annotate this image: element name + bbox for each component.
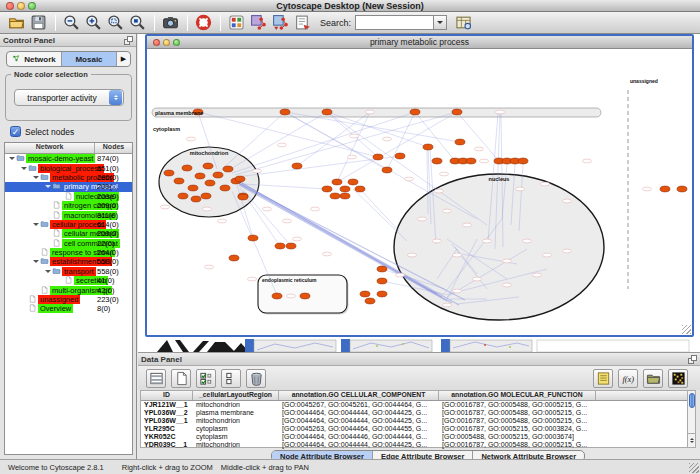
attribute-grid-icon[interactable] (226, 13, 246, 32)
tree-row[interactable]: nucleobase-209(0) (5, 192, 132, 201)
network-edge[interactable] (360, 189, 399, 231)
expander-icon[interactable] (8, 154, 16, 163)
scrollbar-thumb[interactable] (689, 393, 695, 408)
network-node[interactable] (348, 179, 358, 185)
network-node[interactable] (280, 109, 290, 115)
tree-row[interactable]: multi-organism pr42(0) (5, 285, 132, 294)
tree-row[interactable]: macromolecule311(0) (5, 210, 132, 219)
network-node[interactable] (432, 158, 442, 164)
column-header[interactable]: annotation.GO MOLECULAR_FUNCTION (439, 391, 596, 400)
network-node[interactable] (223, 166, 233, 172)
table-scrollbar[interactable] (687, 390, 696, 448)
save-session-icon[interactable] (28, 13, 48, 32)
network-node[interactable] (455, 139, 465, 145)
tree-row[interactable]: transport558(0) (5, 267, 132, 276)
import-network-2-icon[interactable] (270, 13, 290, 32)
node-color-dropdown[interactable]: transporter activity (14, 89, 124, 106)
zoom-selected-region-icon[interactable] (105, 13, 125, 32)
tree-row[interactable]: response to stimul264(0) (5, 248, 132, 257)
maximize-icon[interactable] (173, 39, 180, 46)
network-node[interactable] (292, 163, 302, 169)
attribute-editor-icon[interactable] (593, 369, 613, 388)
column-header[interactable]: ID (141, 391, 193, 400)
tree-row[interactable]: Overview8(0) (5, 304, 132, 313)
network-node[interactable] (330, 193, 340, 199)
advanced-search-icon[interactable] (453, 13, 473, 32)
network-node[interactable] (518, 158, 528, 164)
network-node[interactable] (410, 109, 420, 115)
network-node[interactable] (660, 186, 670, 192)
expander-icon[interactable] (20, 164, 28, 173)
network-view-window[interactable]: primary metabolic process plasma membran… (145, 34, 694, 337)
show-columns-icon[interactable] (146, 369, 166, 388)
network-node[interactable] (178, 193, 188, 199)
network-edge[interactable] (221, 112, 285, 170)
network-node[interactable] (164, 170, 174, 176)
network-node[interactable] (322, 186, 332, 192)
network-node[interactable] (203, 163, 213, 169)
scrollbar-arrows[interactable] (688, 433, 695, 447)
tree-row[interactable]: unassigned223(0) (5, 295, 132, 304)
close-icon[interactable] (153, 39, 160, 46)
column-header[interactable]: _cellularLayoutRegion (193, 391, 279, 400)
tree-row[interactable]: metabolic process280(0) (5, 173, 132, 182)
network-node[interactable] (340, 186, 350, 192)
select-attributes-icon[interactable] (196, 369, 216, 388)
import-network-1-icon[interactable] (248, 13, 268, 32)
network-node[interactable] (395, 153, 405, 159)
help-ring-icon[interactable] (193, 13, 213, 32)
snapshot-icon[interactable] (160, 13, 180, 32)
network-node[interactable] (238, 194, 248, 200)
column-header[interactable]: annotation.GO CELLULAR_COMPONENT (279, 391, 439, 400)
tab-network[interactable]: Network (7, 52, 62, 66)
network-edge[interactable] (232, 112, 415, 173)
network-node[interactable] (275, 243, 285, 249)
tree-row[interactable]: biological_process651(0) (5, 163, 132, 172)
tree-row[interactable]: primary metabol209(... (5, 182, 132, 191)
matrix-view-icon[interactable] (668, 369, 688, 388)
table-row[interactable]: YDR039C__1mitochondrion[GO:0044464, GO:0… (141, 441, 688, 449)
open-session-icon[interactable] (6, 13, 26, 32)
function-builder-icon[interactable]: f(x) (618, 369, 638, 388)
tree-row[interactable]: cell communicat22(0) (5, 239, 132, 248)
float-panel-icon[interactable] (688, 355, 697, 364)
network-node[interactable] (235, 176, 245, 182)
unselect-attributes-icon[interactable] (221, 369, 241, 388)
close-button[interactable] (6, 2, 14, 10)
tree-row[interactable]: establishment of l558(0) (5, 257, 132, 266)
network-node[interactable] (229, 255, 239, 261)
network-node[interactable] (377, 266, 387, 272)
network-node[interactable] (360, 291, 370, 297)
network-node[interactable] (355, 186, 365, 192)
tree-row[interactable]: cellular process614(0) (5, 220, 132, 229)
expander-icon[interactable] (32, 220, 40, 229)
expander-icon[interactable] (44, 182, 52, 191)
network-node[interactable] (182, 165, 192, 171)
network-node[interactable] (213, 172, 223, 178)
network-node[interactable] (188, 185, 198, 191)
network-node[interactable] (373, 154, 383, 160)
network-node[interactable] (377, 291, 387, 297)
table-row[interactable]: YPL036W__1mitochondrion[GO:0044464, GO:0… (141, 417, 688, 425)
zoom-out-icon[interactable] (61, 13, 81, 32)
network-node[interactable] (300, 293, 310, 299)
zoom-in-icon[interactable] (83, 13, 103, 32)
network-node[interactable] (452, 109, 462, 115)
search-input[interactable] (355, 15, 433, 30)
background-window-fragments[interactable] (145, 338, 694, 352)
vizmapper-icon[interactable] (292, 13, 312, 32)
network-node[interactable] (423, 144, 433, 150)
network-edge[interactable] (227, 112, 327, 171)
minimize-icon[interactable] (163, 39, 170, 46)
app-resize-grip[interactable] (689, 463, 699, 473)
table-row[interactable]: YPL036W__2plasma membrane[GO:0044464, GO… (141, 409, 688, 417)
network-edge[interactable] (415, 112, 455, 161)
network-window-titlebar[interactable]: primary metabolic process (147, 36, 692, 49)
tree-col-nodes[interactable]: Nodes (95, 143, 132, 153)
zoom-button[interactable] (28, 2, 36, 10)
network-edge[interactable] (457, 112, 499, 161)
table-row[interactable]: YKR052Ccytoplasm[GO:0044464, GO:0044446,… (141, 433, 688, 441)
network-node[interactable] (322, 109, 332, 115)
network-node[interactable] (195, 173, 205, 179)
network-node[interactable] (174, 178, 184, 184)
